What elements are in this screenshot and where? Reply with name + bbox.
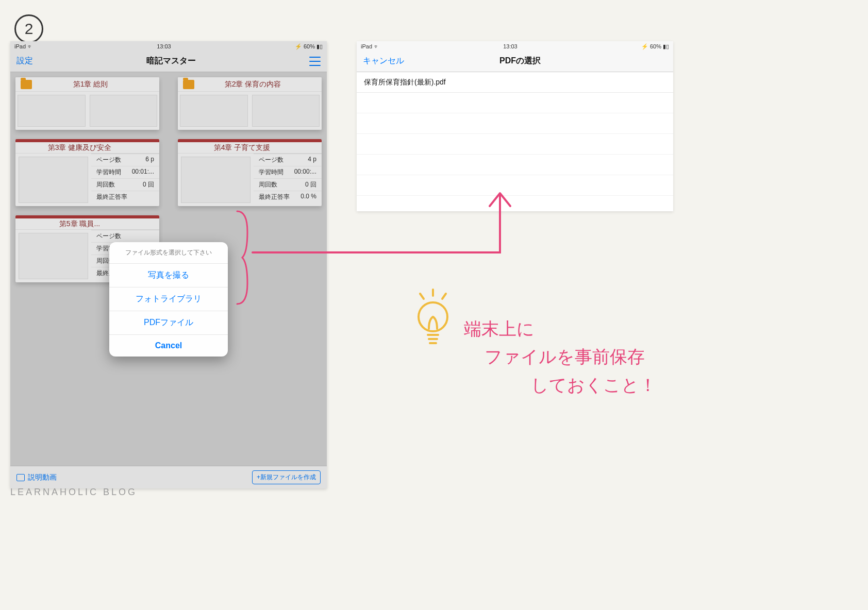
device-label: iPad ᯤ [361, 43, 379, 49]
cancel-button[interactable]: キャンセル [363, 56, 404, 66]
empty-list-area [357, 93, 673, 201]
status-time: 13:03 [503, 43, 518, 49]
sheet-photo-library[interactable]: フォトライブラリ [109, 287, 228, 311]
sheet-take-photo[interactable]: 写真を撮る [109, 264, 228, 287]
status-bar: iPad ᯤ 13:03 ⚡ 60% ▮▯ [357, 41, 673, 50]
pdf-file-row[interactable]: 保育所保育指針(最新).pdf [357, 72, 673, 93]
right-ipad-screenshot: iPad ᯤ 13:03 ⚡ 60% ▮▯ キャンセル PDFの選択 保育所保育… [357, 41, 673, 211]
status-battery: ⚡ 60% ▮▯ [641, 43, 669, 50]
file-type-action-sheet: ファイル形式を選択して下さい 写真を撮る フォトライブラリ PDFファイル Ca… [109, 242, 228, 357]
picker-title: PDFの選択 [499, 56, 541, 66]
svg-point-3 [419, 302, 447, 331]
handwritten-note: 端末上に ファイルを事前保存 しておくこと！ [464, 315, 657, 399]
sheet-title: ファイル形式を選択して下さい [109, 242, 228, 264]
sheet-pdf-file[interactable]: PDFファイル [109, 311, 228, 335]
nav-bar: キャンセル PDFの選択 [357, 50, 673, 72]
svg-line-2 [442, 294, 446, 299]
left-ipad-screenshot: iPad ᯤ 13:03 ⚡ 60% ▮▯ 設定 暗記マスター 第1章 総則 第… [10, 41, 327, 488]
lightbulb-icon [407, 289, 459, 350]
step-number-badge: 2 [14, 14, 43, 43]
svg-line-1 [420, 294, 424, 299]
blog-watermark: LEARNAHOLIC BLOG [10, 487, 137, 498]
sheet-cancel-button[interactable]: Cancel [109, 335, 228, 357]
